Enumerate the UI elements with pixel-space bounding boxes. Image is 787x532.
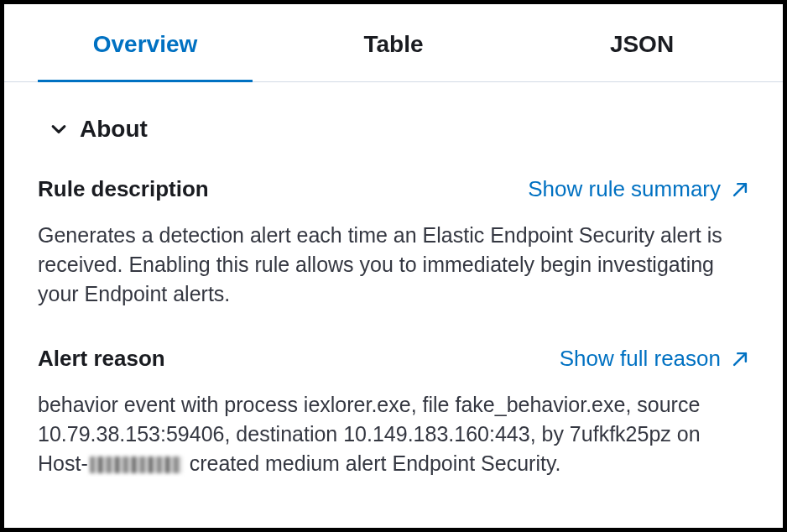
about-section-header[interactable]: About [38, 116, 749, 143]
alert-reason-suffix: created medium alert Endpoint Security. [184, 451, 561, 475]
tab-json[interactable]: JSON [518, 4, 766, 81]
alert-reason-text: behavior event with process iexlorer.exe… [38, 390, 749, 478]
about-title: About [80, 116, 148, 143]
show-full-reason-text: Show full reason [560, 346, 721, 372]
show-rule-summary-link[interactable]: Show rule summary [528, 176, 749, 202]
rule-description-row: Rule description Show rule summary [38, 176, 749, 202]
alert-reason-row: Alert reason Show full reason [38, 346, 749, 372]
chevron-down-icon [50, 120, 68, 138]
tab-table[interactable]: Table [269, 4, 518, 81]
show-rule-summary-text: Show rule summary [528, 176, 721, 202]
popout-icon [731, 180, 749, 199]
show-full-reason-link[interactable]: Show full reason [560, 346, 749, 372]
rule-description-label: Rule description [38, 176, 209, 202]
content-panel: About Rule description Show rule summary… [4, 82, 783, 532]
redacted-hostname [90, 456, 182, 473]
tab-overview[interactable]: Overview [21, 4, 269, 81]
svg-line-0 [734, 184, 746, 196]
rule-description-text: Generates a detection alert each time an… [38, 221, 749, 309]
alert-reason-label: Alert reason [38, 346, 165, 372]
svg-line-1 [734, 353, 746, 365]
popout-icon [731, 350, 749, 368]
tabs-container: Overview Table JSON [4, 4, 783, 82]
